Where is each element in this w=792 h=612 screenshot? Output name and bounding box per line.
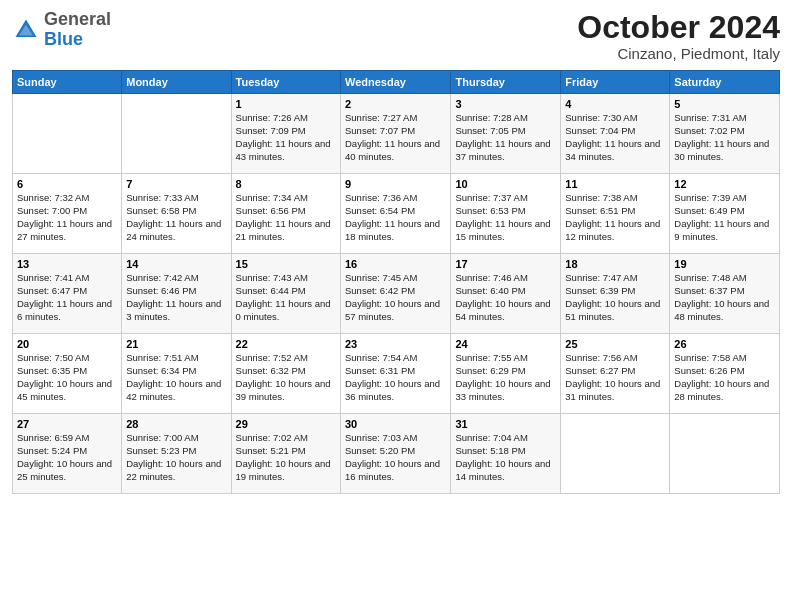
day-of-week-header: Tuesday	[231, 71, 340, 94]
day-number: 26	[674, 338, 775, 350]
day-info: Sunrise: 7:00 AMSunset: 5:23 PMDaylight:…	[126, 432, 226, 483]
calendar-cell: 11Sunrise: 7:38 AMSunset: 6:51 PMDayligh…	[561, 174, 670, 254]
day-info: Sunrise: 7:26 AMSunset: 7:09 PMDaylight:…	[236, 112, 336, 163]
day-info: Sunrise: 7:03 AMSunset: 5:20 PMDaylight:…	[345, 432, 446, 483]
day-number: 6	[17, 178, 117, 190]
calendar-cell: 31Sunrise: 7:04 AMSunset: 5:18 PMDayligh…	[451, 414, 561, 494]
calendar-cell: 10Sunrise: 7:37 AMSunset: 6:53 PMDayligh…	[451, 174, 561, 254]
day-number: 12	[674, 178, 775, 190]
calendar-cell: 6Sunrise: 7:32 AMSunset: 7:00 PMDaylight…	[13, 174, 122, 254]
logo-blue: Blue	[44, 29, 83, 49]
calendar-cell	[670, 414, 780, 494]
day-number: 28	[126, 418, 226, 430]
day-info: Sunrise: 7:52 AMSunset: 6:32 PMDaylight:…	[236, 352, 336, 403]
day-info: Sunrise: 7:39 AMSunset: 6:49 PMDaylight:…	[674, 192, 775, 243]
calendar-cell: 8Sunrise: 7:34 AMSunset: 6:56 PMDaylight…	[231, 174, 340, 254]
calendar-cell: 19Sunrise: 7:48 AMSunset: 6:37 PMDayligh…	[670, 254, 780, 334]
day-info: Sunrise: 7:47 AMSunset: 6:39 PMDaylight:…	[565, 272, 665, 323]
calendar-cell: 9Sunrise: 7:36 AMSunset: 6:54 PMDaylight…	[341, 174, 451, 254]
day-info: Sunrise: 7:37 AMSunset: 6:53 PMDaylight:…	[455, 192, 556, 243]
calendar-cell: 14Sunrise: 7:42 AMSunset: 6:46 PMDayligh…	[122, 254, 231, 334]
calendar-cell: 25Sunrise: 7:56 AMSunset: 6:27 PMDayligh…	[561, 334, 670, 414]
day-of-week-header: Wednesday	[341, 71, 451, 94]
calendar-table: SundayMondayTuesdayWednesdayThursdayFrid…	[12, 70, 780, 494]
logo-text: General Blue	[44, 10, 111, 50]
day-number: 7	[126, 178, 226, 190]
calendar-cell: 26Sunrise: 7:58 AMSunset: 6:26 PMDayligh…	[670, 334, 780, 414]
calendar-cell: 12Sunrise: 7:39 AMSunset: 6:49 PMDayligh…	[670, 174, 780, 254]
day-number: 10	[455, 178, 556, 190]
day-number: 20	[17, 338, 117, 350]
day-info: Sunrise: 7:41 AMSunset: 6:47 PMDaylight:…	[17, 272, 117, 323]
day-number: 19	[674, 258, 775, 270]
calendar-cell: 21Sunrise: 7:51 AMSunset: 6:34 PMDayligh…	[122, 334, 231, 414]
day-info: Sunrise: 7:38 AMSunset: 6:51 PMDaylight:…	[565, 192, 665, 243]
logo-icon	[12, 16, 40, 44]
day-info: Sunrise: 7:48 AMSunset: 6:37 PMDaylight:…	[674, 272, 775, 323]
calendar-cell: 30Sunrise: 7:03 AMSunset: 5:20 PMDayligh…	[341, 414, 451, 494]
day-number: 8	[236, 178, 336, 190]
calendar-cell: 4Sunrise: 7:30 AMSunset: 7:04 PMDaylight…	[561, 94, 670, 174]
calendar-cell: 1Sunrise: 7:26 AMSunset: 7:09 PMDaylight…	[231, 94, 340, 174]
day-number: 14	[126, 258, 226, 270]
day-info: Sunrise: 7:28 AMSunset: 7:05 PMDaylight:…	[455, 112, 556, 163]
calendar-cell: 18Sunrise: 7:47 AMSunset: 6:39 PMDayligh…	[561, 254, 670, 334]
calendar-cell: 28Sunrise: 7:00 AMSunset: 5:23 PMDayligh…	[122, 414, 231, 494]
day-info: Sunrise: 7:45 AMSunset: 6:42 PMDaylight:…	[345, 272, 446, 323]
day-number: 18	[565, 258, 665, 270]
day-info: Sunrise: 7:02 AMSunset: 5:21 PMDaylight:…	[236, 432, 336, 483]
day-info: Sunrise: 7:27 AMSunset: 7:07 PMDaylight:…	[345, 112, 446, 163]
calendar-cell	[561, 414, 670, 494]
day-info: Sunrise: 6:59 AMSunset: 5:24 PMDaylight:…	[17, 432, 117, 483]
day-number: 29	[236, 418, 336, 430]
day-number: 27	[17, 418, 117, 430]
day-info: Sunrise: 7:50 AMSunset: 6:35 PMDaylight:…	[17, 352, 117, 403]
day-number: 11	[565, 178, 665, 190]
day-of-week-header: Thursday	[451, 71, 561, 94]
day-number: 16	[345, 258, 446, 270]
day-info: Sunrise: 7:46 AMSunset: 6:40 PMDaylight:…	[455, 272, 556, 323]
day-number: 2	[345, 98, 446, 110]
day-info: Sunrise: 7:30 AMSunset: 7:04 PMDaylight:…	[565, 112, 665, 163]
page-header: General Blue October 2024 Cinzano, Piedm…	[12, 10, 780, 62]
logo-general: General	[44, 9, 111, 29]
calendar-cell: 16Sunrise: 7:45 AMSunset: 6:42 PMDayligh…	[341, 254, 451, 334]
calendar-cell: 17Sunrise: 7:46 AMSunset: 6:40 PMDayligh…	[451, 254, 561, 334]
calendar-cell: 2Sunrise: 7:27 AMSunset: 7:07 PMDaylight…	[341, 94, 451, 174]
month-title: October 2024	[577, 10, 780, 45]
day-of-week-header: Monday	[122, 71, 231, 94]
day-number: 15	[236, 258, 336, 270]
day-number: 30	[345, 418, 446, 430]
day-info: Sunrise: 7:36 AMSunset: 6:54 PMDaylight:…	[345, 192, 446, 243]
day-number: 1	[236, 98, 336, 110]
day-number: 13	[17, 258, 117, 270]
calendar-cell: 13Sunrise: 7:41 AMSunset: 6:47 PMDayligh…	[13, 254, 122, 334]
day-number: 31	[455, 418, 556, 430]
day-of-week-header: Sunday	[13, 71, 122, 94]
calendar-cell: 20Sunrise: 7:50 AMSunset: 6:35 PMDayligh…	[13, 334, 122, 414]
calendar-cell: 23Sunrise: 7:54 AMSunset: 6:31 PMDayligh…	[341, 334, 451, 414]
calendar-cell: 27Sunrise: 6:59 AMSunset: 5:24 PMDayligh…	[13, 414, 122, 494]
day-number: 21	[126, 338, 226, 350]
calendar-cell: 15Sunrise: 7:43 AMSunset: 6:44 PMDayligh…	[231, 254, 340, 334]
day-info: Sunrise: 7:43 AMSunset: 6:44 PMDaylight:…	[236, 272, 336, 323]
day-number: 22	[236, 338, 336, 350]
day-info: Sunrise: 7:58 AMSunset: 6:26 PMDaylight:…	[674, 352, 775, 403]
day-info: Sunrise: 7:34 AMSunset: 6:56 PMDaylight:…	[236, 192, 336, 243]
day-number: 17	[455, 258, 556, 270]
calendar-cell	[122, 94, 231, 174]
day-info: Sunrise: 7:04 AMSunset: 5:18 PMDaylight:…	[455, 432, 556, 483]
day-info: Sunrise: 7:42 AMSunset: 6:46 PMDaylight:…	[126, 272, 226, 323]
location: Cinzano, Piedmont, Italy	[577, 45, 780, 62]
day-info: Sunrise: 7:55 AMSunset: 6:29 PMDaylight:…	[455, 352, 556, 403]
calendar-cell: 5Sunrise: 7:31 AMSunset: 7:02 PMDaylight…	[670, 94, 780, 174]
day-number: 4	[565, 98, 665, 110]
day-info: Sunrise: 7:56 AMSunset: 6:27 PMDaylight:…	[565, 352, 665, 403]
title-block: October 2024 Cinzano, Piedmont, Italy	[577, 10, 780, 62]
calendar-cell: 24Sunrise: 7:55 AMSunset: 6:29 PMDayligh…	[451, 334, 561, 414]
calendar-cell	[13, 94, 122, 174]
day-number: 23	[345, 338, 446, 350]
day-number: 5	[674, 98, 775, 110]
day-info: Sunrise: 7:32 AMSunset: 7:00 PMDaylight:…	[17, 192, 117, 243]
calendar-cell: 7Sunrise: 7:33 AMSunset: 6:58 PMDaylight…	[122, 174, 231, 254]
